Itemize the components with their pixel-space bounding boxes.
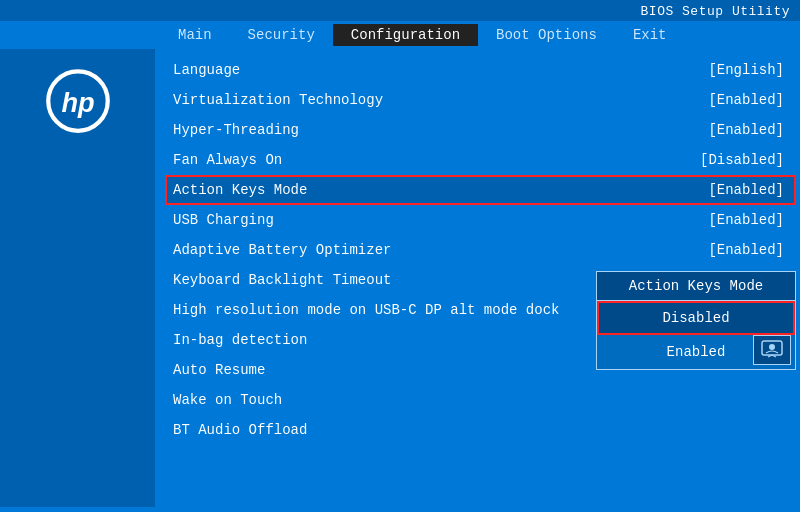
setting-value-ht: [Enabled] — [708, 122, 784, 138]
setting-row-wake-touch[interactable]: Wake on Touch — [165, 385, 796, 415]
setting-value-usb-charging: [Enabled] — [708, 212, 784, 228]
bios-title: BIOS Setup Utility — [641, 4, 790, 19]
setting-label-battery: Adaptive Battery Optimizer — [173, 242, 391, 258]
nav-security[interactable]: Security — [230, 24, 333, 46]
svg-point-3 — [769, 344, 775, 350]
setting-row-action-keys[interactable]: Action Keys Mode [Enabled] — [165, 175, 796, 205]
nav-boot-options[interactable]: Boot Options — [478, 24, 615, 46]
setting-row-battery[interactable]: Adaptive Battery Optimizer [Enabled] — [165, 235, 796, 265]
setting-value-vt: [Enabled] — [708, 92, 784, 108]
setting-value-action-keys: [Enabled] — [708, 182, 784, 198]
setting-row-bt-audio[interactable]: BT Audio Offload — [165, 415, 796, 445]
setting-value-fan: [Disabled] — [700, 152, 784, 168]
person-icon — [758, 339, 786, 361]
setting-row-fan[interactable]: Fan Always On [Disabled] — [165, 145, 796, 175]
setting-value-language: [English] — [708, 62, 784, 78]
setting-label-action-keys: Action Keys Mode — [173, 182, 307, 198]
setting-row-vt[interactable]: Virtualization Technology [Enabled] — [165, 85, 796, 115]
setting-label-vt: Virtualization Technology — [173, 92, 383, 108]
help-icon — [753, 335, 791, 365]
svg-text:hp: hp — [61, 87, 94, 118]
setting-label-hires: High resolution mode on USB-C DP alt mod… — [173, 302, 559, 318]
nav-exit[interactable]: Exit — [615, 24, 685, 46]
main-content: hp Language [English] Virtualization Tec… — [0, 49, 800, 507]
setting-label-keyboard: Keyboard Backlight Timeout — [173, 272, 391, 288]
top-bar: BIOS Setup Utility — [0, 0, 800, 21]
sidebar: hp — [0, 49, 155, 507]
setting-label-ht: Hyper-Threading — [173, 122, 299, 138]
setting-row-language[interactable]: Language [English] — [165, 55, 796, 85]
setting-label-fan: Fan Always On — [173, 152, 282, 168]
nav-main[interactable]: Main — [160, 24, 230, 46]
setting-label-auto-resume: Auto Resume — [173, 362, 265, 378]
setting-label-language: Language — [173, 62, 240, 78]
nav-bar: Main Security Configuration Boot Options… — [0, 21, 800, 49]
hp-logo: hp — [44, 67, 112, 135]
setting-label-bt-audio: BT Audio Offload — [173, 422, 307, 438]
setting-label-wake-touch: Wake on Touch — [173, 392, 282, 408]
action-keys-dropdown: Action Keys Mode Disabled Enabled — [596, 271, 796, 370]
nav-configuration[interactable]: Configuration — [333, 24, 478, 46]
dropdown-title: Action Keys Mode — [597, 272, 795, 301]
setting-value-battery: [Enabled] — [708, 242, 784, 258]
dropdown-item-disabled[interactable]: Disabled — [597, 301, 795, 335]
setting-label-inbag: In-bag detection — [173, 332, 307, 348]
settings-panel: Language [English] Virtualization Techno… — [155, 49, 800, 507]
setting-row-usb-charging[interactable]: USB Charging [Enabled] — [165, 205, 796, 235]
setting-row-ht[interactable]: Hyper-Threading [Enabled] — [165, 115, 796, 145]
setting-label-usb-charging: USB Charging — [173, 212, 274, 228]
